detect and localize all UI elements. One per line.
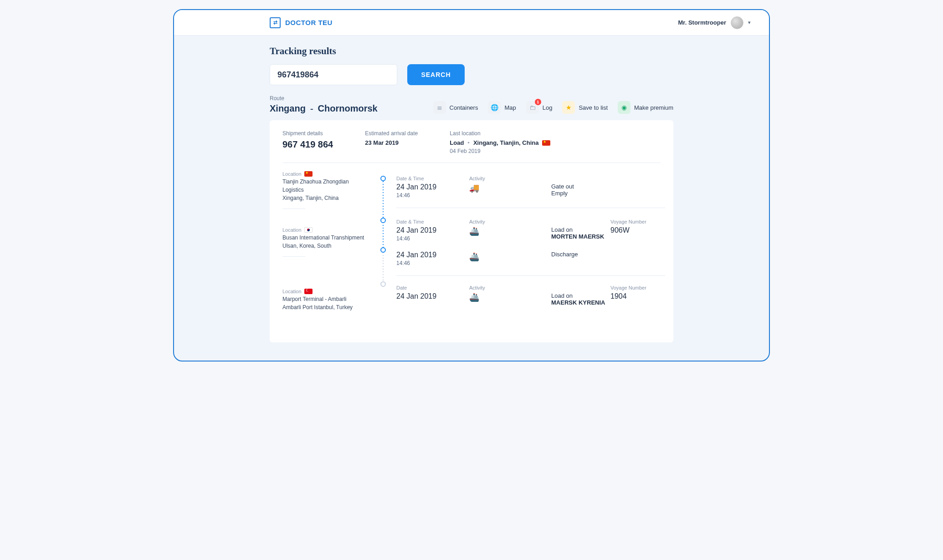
shipment-number: 967 419 864 xyxy=(282,139,333,150)
log-badge: 1 xyxy=(535,99,541,105)
folder-icon: 🗀 1 xyxy=(526,101,539,114)
timeline-spine xyxy=(374,171,396,330)
eta-label: Estimated arrival date xyxy=(365,130,418,137)
action-log[interactable]: 🗀 1 Log xyxy=(526,101,553,114)
brand-name: DOCTOR TEU xyxy=(285,19,333,26)
star-icon: ★ xyxy=(562,101,575,114)
route-path: Xingang - Chornomorsk xyxy=(270,103,378,114)
action-bar: ≣ Containers 🌐 Map 🗀 1 Log ★ Save to lis… xyxy=(433,101,673,114)
route-label: Route xyxy=(270,95,378,102)
avatar xyxy=(731,16,743,29)
shield-icon: ◉ xyxy=(618,101,630,114)
svg-point-3 xyxy=(381,218,385,223)
user-name: Mr. Stormtrooper xyxy=(678,19,726,26)
event-row-3: 24 Jan 2019 14:46 🚢 Discharge xyxy=(396,246,665,276)
shipment-card: Shipment details 967 419 864 Estimated a… xyxy=(270,120,673,342)
action-premium[interactable]: ◉ Make premium xyxy=(618,101,673,114)
list-icon: ≣ xyxy=(433,101,446,114)
topbar: ⇄ DOCTOR TEU Mr. Stormtrooper ▾ xyxy=(174,10,769,36)
svg-point-4 xyxy=(381,248,385,252)
ship-icon: 🚢 xyxy=(469,292,547,302)
ship-icon: 🚢 xyxy=(469,226,547,236)
event-row-2: Date & Time 24 Jan 2019 14:46 Activity 🚢… xyxy=(396,214,665,246)
last-location-label: Last location xyxy=(450,130,550,137)
svg-point-5 xyxy=(381,282,385,286)
location-block-2: Location Busan International Transhipmen… xyxy=(282,227,369,257)
page-title: Tracking results xyxy=(270,46,673,57)
event-row-4: Date 24 Jan 2019 Activity 🚢 Load on MAER… xyxy=(396,280,665,311)
brand-logo[interactable]: ⇄ DOCTOR TEU xyxy=(270,17,333,28)
action-containers[interactable]: ≣ Containers xyxy=(433,101,478,114)
flag-china-icon xyxy=(304,171,313,177)
shipment-details-label: Shipment details xyxy=(282,130,333,137)
last-location-date: 04 Feb 2019 xyxy=(450,148,550,154)
flag-china-icon xyxy=(542,140,550,146)
location-block-1: Location Tianjin Zhaohua Zhongdian Logis… xyxy=(282,171,369,209)
svg-point-2 xyxy=(381,176,385,181)
logo-mark-icon: ⇄ xyxy=(270,17,281,28)
action-save[interactable]: ★ Save to list xyxy=(562,101,608,114)
action-map[interactable]: 🌐 Map xyxy=(488,101,516,114)
search-button[interactable]: SEARCH xyxy=(407,64,465,85)
user-menu[interactable]: Mr. Stormtrooper ▾ xyxy=(678,16,751,29)
tracking-input[interactable] xyxy=(270,64,397,85)
eta-value: 23 Mar 2019 xyxy=(365,139,418,146)
flag-turkey-icon xyxy=(304,289,313,294)
chevron-down-icon: ▾ xyxy=(748,20,751,25)
truck-icon: 🚚 xyxy=(469,183,547,193)
location-block-3: Location Marport Terminal - Ambarli Amba… xyxy=(282,289,369,311)
globe-icon: 🌐 xyxy=(488,101,501,114)
flag-korea-icon xyxy=(304,227,313,233)
event-row-1: Date & Time 24 Jan 2019 14:46 Activity 🚚… xyxy=(396,171,665,208)
ship-icon: 🚢 xyxy=(469,252,547,262)
